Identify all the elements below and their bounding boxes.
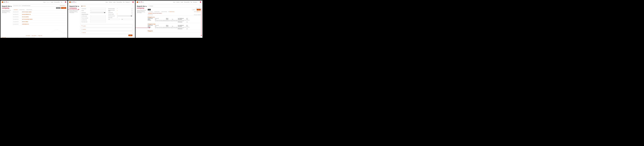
result-card[interactable]: Patagonia xyxy=(148,30,201,32)
history-company[interactable]: ASTRAZENECA PLC xyxy=(22,24,29,24)
avatar[interactable] xyxy=(132,1,134,3)
nav-insights[interactable]: Insights xyxy=(113,2,116,2)
history-company[interactable]: HOLT JCB LIMITED xyxy=(22,16,28,17)
history-list: 30 Nov 2022 14:54SPOTIFY FINANCE LIMITED… xyxy=(13,11,66,25)
search-button[interactable]: Search xyxy=(128,35,132,36)
year-max-input[interactable] xyxy=(121,19,132,20)
priority-checkbox[interactable] xyxy=(132,12,132,13)
footer-links: Got an Idea?• Ask a Question• Support Si… xyxy=(0,35,68,37)
panel-identifiers[interactable]: ☰ Identifiers+ xyxy=(80,28,134,31)
result-card[interactable]: Patagonia Corp.Company Number:Company AB… xyxy=(148,23,201,30)
expand-icon[interactable]: + xyxy=(132,25,132,26)
help-icon[interactable]: ? xyxy=(117,10,118,11)
exact-phrase-input[interactable] xyxy=(90,17,106,19)
tab-saved-searches[interactable]: ☐ Saved Searches xyxy=(161,11,167,12)
origin-logo: O rigin xyxy=(6,1,9,3)
nav-monitoring[interactable]: Monitoring (Beta) xyxy=(184,2,190,2)
search-button[interactable]: Search xyxy=(197,9,201,10)
help-icon[interactable]: ? xyxy=(90,16,91,16)
add-filter-icon[interactable]: + xyxy=(199,5,200,6)
company-type-select[interactable] xyxy=(90,12,106,13)
any-words-input[interactable] xyxy=(90,19,106,20)
tab-saved-searches[interactable]: ☐ Saved Searches xyxy=(26,9,32,10)
tab-search-history[interactable]: ↻ Search History xyxy=(19,9,24,10)
panel-location[interactable]: 📍 Location+ xyxy=(80,24,134,27)
tab-view-history[interactable]: 📄 View History xyxy=(148,11,153,12)
advanced-search-link[interactable]: Advanced Search ▸ xyxy=(60,5,66,6)
history-company[interactable]: SPOTIFY FINANCE LIMITED xyxy=(22,11,32,12)
help-icon[interactable]: ? xyxy=(90,10,91,11)
history-row[interactable]: 21 Nov 2022 14:50ASTRAZENECA PLC xyxy=(13,23,66,25)
save-button[interactable]: Save xyxy=(148,9,151,10)
pwc-icon xyxy=(2,1,3,3)
result-title[interactable]: Patagonia Corp. xyxy=(148,23,201,25)
nav-watchlists[interactable]: Watchlists xyxy=(109,2,112,2)
tab-search-history[interactable]: ↻ Search History xyxy=(154,11,160,12)
history-row[interactable]: 30 Nov 2022 13:47@@@@@COMPANY LTD xyxy=(13,13,66,16)
nav-management[interactable]: Management xyxy=(126,2,130,2)
ces-select[interactable] xyxy=(117,15,133,16)
ask-question-link[interactable]: Ask a Question xyxy=(32,35,36,36)
tab-search-results[interactable]: 🔍 Search Results xyxy=(168,11,174,12)
nav-help[interactable]: Help xyxy=(123,2,124,2)
history-row[interactable]: 22 Nov 2022 09:19HOLT JCB LIMITED xyxy=(13,16,66,18)
history-company[interactable]: HOLT JCB HOLDINGS LIMITED xyxy=(22,19,32,20)
hero-subtext: We have 17,480,970 companies and growing… xyxy=(2,10,12,13)
financials-checkbox[interactable] xyxy=(132,14,132,15)
result-title[interactable]: Patagonia, Inc xyxy=(148,16,201,18)
history-row[interactable]: 30 Nov 2022 14:54SPOTIFY FINANCE LIMITED xyxy=(13,11,66,13)
history-company[interactable]: SPOTIFY LIMITED xyxy=(22,21,28,22)
financial-filter-bar: ✕ Financial + xyxy=(148,5,201,7)
nav-management[interactable]: Management xyxy=(193,2,197,2)
collapse-icon[interactable]: − xyxy=(132,5,132,6)
help-icon[interactable]: ? xyxy=(117,8,118,9)
expand-icon[interactable]: + xyxy=(132,29,132,30)
tab-view-history[interactable]: 📄 View History xyxy=(13,9,18,10)
help-icon[interactable]: ? xyxy=(117,14,118,14)
close-icon[interactable]: ✕ xyxy=(149,6,150,6)
nav-insights[interactable]: Insights xyxy=(51,2,53,2)
result-card[interactable]: Patagonia, IncCompany Number:Company ABC… xyxy=(148,16,201,23)
history-row[interactable]: 21 Nov 2022 14:03HOLT JCB HOLDINGS LIMIT… xyxy=(13,18,66,20)
year-min-input[interactable] xyxy=(108,19,120,20)
expand-icon[interactable]: + xyxy=(132,32,132,33)
nav-help[interactable]: Help xyxy=(61,2,62,2)
nav-search[interactable]: Search xyxy=(43,2,46,2)
identifier-input[interactable] xyxy=(91,10,106,11)
nav-watchlists[interactable]: Watchlists xyxy=(176,2,180,2)
alt-holder-owned-checkbox[interactable] xyxy=(132,10,132,11)
nav-insights[interactable]: Insights xyxy=(180,2,183,2)
filters-applied-pill: Filters Applied: Company name contains '… xyxy=(148,13,162,14)
avatar[interactable]: V xyxy=(65,1,66,3)
result-title[interactable]: Patagonia xyxy=(148,30,201,31)
history-date: 21 Nov 2022 14:50 xyxy=(13,24,22,24)
nav-help[interactable]: Help xyxy=(190,2,192,2)
panel-general-header[interactable]: 💼 General− xyxy=(80,5,134,7)
got-idea-link[interactable]: Got an Idea? xyxy=(26,35,30,36)
all-phrases-input[interactable] xyxy=(91,15,106,17)
avatar[interactable] xyxy=(200,1,201,3)
support-site-link[interactable]: Support Site xyxy=(38,35,42,36)
nav-monitoring[interactable]: Monitoring (Beta) xyxy=(116,2,122,2)
history-company[interactable]: @@@@@COMPANY LTD xyxy=(22,14,30,15)
company-name-input[interactable] xyxy=(90,8,106,9)
nav-search[interactable]: Search xyxy=(106,2,108,2)
hero-sidebar: Search for a company. We have 17,480,970… xyxy=(0,3,13,35)
sort-by[interactable]: Sort By: Relevancy ▾ xyxy=(194,11,201,12)
panel-financial[interactable]: ✕ Financial+ xyxy=(80,31,134,34)
nav-search[interactable]: Search xyxy=(173,2,175,2)
history-date: 30 Nov 2022 13:47 xyxy=(13,14,22,15)
none-words-input[interactable] xyxy=(90,21,106,22)
nav-watchlists[interactable]: Watchlists xyxy=(47,2,50,2)
search-input[interactable] xyxy=(22,5,60,6)
search-button[interactable]: 🔍 Search xyxy=(61,7,66,9)
bell-icon[interactable]: ♡ xyxy=(63,2,64,2)
clear-all-button[interactable]: Clear All xyxy=(192,9,196,10)
help-icon[interactable]: ? xyxy=(117,17,118,18)
bell-icon[interactable]: ♡ xyxy=(131,2,132,2)
history-row[interactable]: 21 Nov 2022 13:59SPOTIFY LIMITED xyxy=(13,20,66,23)
nav-monitoring[interactable]: Monitoring (Beta) xyxy=(54,2,60,2)
bell-icon[interactable]: ♡ xyxy=(198,2,199,2)
alt-holder-checkbox[interactable] xyxy=(132,8,132,9)
clear-all-button[interactable]: Clear All xyxy=(56,7,60,9)
